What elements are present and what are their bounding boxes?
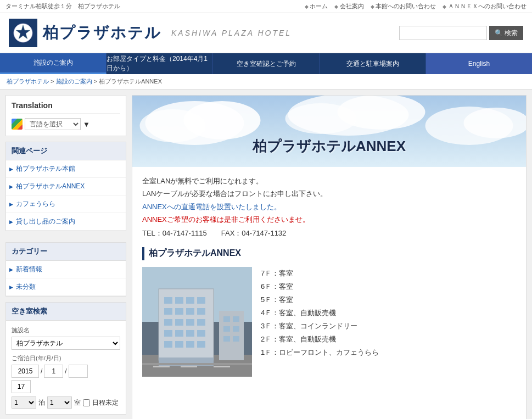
top-bar: ターミナル柏駅徒歩１分 柏プラザホテル ホーム 会社案内 本館へのお問い合わせ … (0, 0, 532, 13)
content-line1: 全室LANが無料でご利用になれます。 (142, 175, 516, 187)
svg-rect-34 (186, 341, 194, 348)
nights-label: 泊 (38, 398, 45, 407)
hotel-image-inner (142, 267, 252, 377)
svg-rect-23 (197, 308, 205, 315)
svg-rect-40 (223, 326, 230, 332)
undecided-checkbox[interactable] (83, 399, 90, 406)
related-pages-section: 関連ページ 柏プラザホテル本館 柏プラザホテルANNEX カフェうらら 貸し出し… (5, 142, 126, 231)
svg-rect-43 (233, 336, 239, 342)
floor-row-4: 3Ｆ：客室、コインランドリー (261, 320, 516, 333)
related-link-1[interactable]: 柏プラザホテルANNEX (6, 178, 126, 195)
svg-rect-29 (175, 330, 183, 337)
nav-item-0[interactable]: 施設のご案内 (0, 53, 107, 74)
svg-rect-18 (186, 297, 194, 304)
breadcrumb: 柏プラザホテル > 施設のご案内 > 柏プラザホテルANNEX (0, 74, 532, 90)
top-nav-contact-main[interactable]: 本館へのお問い合わせ (371, 2, 436, 10)
google-translate-icon (12, 119, 23, 130)
svg-rect-41 (233, 326, 239, 332)
svg-rect-47 (214, 366, 230, 367)
nav-bar: 施設のご案内 お部屋タイプと料金（2014年4月1日から） 空き室確認とご予約 … (0, 53, 532, 74)
content-line3: ANNEXへの直通電話を設置いたしました。 (142, 200, 516, 213)
year-input[interactable] (12, 365, 39, 378)
day-input-2[interactable] (12, 380, 31, 393)
floor-row-1: 6Ｆ：客室 (261, 280, 516, 293)
floor-row-0: 7Ｆ：客室 (261, 267, 516, 280)
section-heading-bar (142, 247, 144, 260)
content-line2: LANケーブルが必要な場合はフロントにお申し出下さい。 (142, 187, 516, 200)
room-search-box: 空き室検索 施設名 柏プラザホテル ご宿泊日(年/月/日) / / 12345 … (5, 302, 126, 415)
breadcrumb-home[interactable]: 柏プラザホテル (7, 78, 49, 85)
hotel-logo-icon (9, 19, 37, 47)
facility-select[interactable]: 柏プラザホテル (12, 337, 120, 350)
svg-rect-25 (175, 319, 183, 326)
svg-rect-45 (153, 366, 170, 367)
logo-text-en: KASHIWA PLAZA HOTEL (171, 29, 292, 37)
top-nav-home[interactable]: ホーム (305, 2, 328, 10)
svg-rect-30 (186, 330, 194, 337)
svg-rect-26 (186, 319, 194, 326)
hotel-image (142, 267, 252, 377)
search-input[interactable] (399, 26, 487, 40)
nights-select[interactable]: 12345 (12, 396, 36, 409)
tel-info: TEL：04-7147-1115 FAX：04-7147-1132 (142, 228, 516, 238)
floor-row-3: 4Ｆ：客室、自動販売機 (261, 306, 516, 320)
search-icon: 🔍 (495, 29, 503, 37)
svg-rect-42 (223, 336, 230, 342)
svg-rect-21 (175, 308, 183, 315)
lang-select-row: 言語を選択 English 中文（简体） 한국어 ▼ (12, 118, 120, 130)
main-layout: Translation 言語を選択 English 中文（简体） 한국어 ▼ 関… (0, 90, 532, 419)
svg-rect-37 (219, 311, 244, 360)
section-heading: 柏プラザホテルANNEX (142, 247, 516, 260)
floor-row-5: 2Ｆ：客室、自動販売機 (261, 333, 516, 346)
facility-name-label: 施設名 (12, 326, 120, 334)
related-link-0[interactable]: 柏プラザホテル本館 (6, 160, 126, 178)
nav-item-3[interactable]: 交通と駐車場案内 (320, 53, 426, 74)
header: 柏プラザホテル KASHIWA PLAZA HOTEL 🔍 検索 (0, 13, 532, 53)
nav-item-2[interactable]: 空き室確認とご予約 (213, 53, 320, 74)
related-pages-title: 関連ページ (6, 142, 126, 160)
breadcrumb-facilities[interactable]: 施設のご案内 (56, 78, 92, 85)
rooms-select[interactable]: 123 (47, 396, 72, 409)
svg-rect-20 (164, 308, 172, 315)
svg-rect-35 (197, 341, 205, 348)
svg-rect-19 (197, 297, 205, 304)
svg-rect-28 (164, 330, 172, 337)
svg-rect-39 (233, 316, 239, 322)
day-input[interactable] (69, 365, 88, 378)
svg-rect-27 (197, 319, 205, 326)
svg-rect-16 (164, 297, 172, 304)
undecided-label: 日程未定 (92, 398, 119, 407)
svg-rect-46 (181, 366, 197, 367)
date-row: / / (12, 365, 120, 378)
svg-rect-32 (164, 341, 172, 348)
svg-rect-22 (186, 308, 194, 315)
related-link-3[interactable]: 貸し出し品のご案内 (6, 213, 126, 231)
svg-rect-44 (142, 363, 252, 365)
search-button[interactable]: 🔍 検索 (489, 26, 523, 40)
svg-rect-38 (223, 316, 230, 322)
top-nav-contact-annex[interactable]: ＡＮＮＥＸへのお問い合わせ (443, 2, 527, 10)
svg-rect-31 (197, 330, 205, 337)
related-link-2[interactable]: カフェうらら (6, 195, 126, 213)
top-nav: ホーム 会社案内 本館へのお問い合わせ ＡＮＮＥＸへのお問い合わせ (305, 2, 527, 10)
rooms-label: 室 (74, 398, 81, 407)
svg-point-8 (285, 103, 357, 134)
nav-item-1[interactable]: お部屋タイプと料金（2014年4月1日から） (107, 53, 213, 74)
category-link-0[interactable]: 新着情報 (6, 261, 126, 278)
hero-image: 柏プラザホテルANNEX (132, 96, 526, 167)
translation-title: Translation (12, 101, 120, 114)
floor-row-2: 5Ｆ：客室 (261, 293, 516, 306)
hotel-info-grid: 7Ｆ：客室 6Ｆ：客室 5Ｆ：客室 4Ｆ：客室、自動販売機 3Ｆ：客室、コインラ… (142, 267, 516, 377)
category-link-1[interactable]: 未分類 (6, 278, 126, 296)
room-search-title: 空き室検索 (6, 303, 126, 321)
category-title: カテゴリー (6, 243, 126, 261)
category-section: カテゴリー 新着情報 未分類 (5, 242, 126, 297)
language-select[interactable]: 言語を選択 English 中文（简体） 한국어 (25, 118, 81, 130)
sidebar: Translation 言語を選択 English 中文（简体） 한국어 ▼ 関… (5, 95, 126, 419)
section-heading-text: 柏プラザホテルANNEX (149, 248, 241, 259)
top-address: ターミナル柏駅徒歩１分 柏プラザホテル (5, 2, 120, 10)
floor-row-6: 1Ｆ：ロビーフロント、カフェうらら (261, 346, 516, 359)
month-input[interactable] (44, 365, 63, 378)
nav-item-english[interactable]: English (426, 53, 532, 74)
top-nav-company[interactable]: 会社案内 (334, 2, 364, 10)
